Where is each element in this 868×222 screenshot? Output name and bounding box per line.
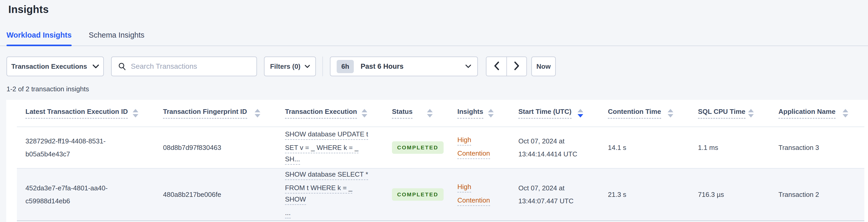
tabbar: Workload Insights Schema Insights: [0, 25, 868, 46]
high-contention-link[interactable]: High Contention: [457, 134, 500, 159]
sort-caret-up-icon: [578, 109, 583, 112]
cell-start-time: Oct 07, 2024 at 13:44:07.447 UTC: [510, 182, 599, 208]
cell-insights: High Contention: [449, 134, 510, 161]
cell-sql-cpu-time: 716.3 µs: [689, 191, 770, 199]
cell-sql-cpu-time: 1.1 ms: [689, 144, 770, 152]
sort-caret-down-icon: [133, 114, 138, 118]
sort-carets[interactable]: [362, 109, 367, 118]
time-range-badge: 6h: [337, 60, 354, 73]
sort-caret-up-icon: [255, 109, 260, 112]
results-summary: 1-2 of 2 transaction insights: [6, 85, 89, 93]
sort-caret-down-icon: [748, 114, 754, 118]
chevron-down-icon: [465, 65, 471, 68]
sort-caret-up-icon: [133, 109, 138, 112]
column-header-application-name[interactable]: Application Name: [770, 108, 864, 119]
filters-button[interactable]: Filters (0): [264, 57, 316, 76]
status-badge: COMPLETED: [392, 141, 444, 154]
cell-latest-execution-id: 452da3e7-e7fa-4801-aa40- c59988d14eb6: [17, 182, 154, 208]
search-box[interactable]: [111, 57, 257, 76]
cell-latest-execution-id: 328729d2-ff19-4408-8531- b05a5b4e43c7: [17, 135, 154, 161]
sort-carets[interactable]: [578, 109, 583, 118]
insights-table: Latest Transaction Execution ID Transact…: [17, 100, 864, 221]
column-header-latest-transaction-execution-id[interactable]: Latest Transaction Execution ID: [17, 108, 154, 119]
sort-caret-down-icon: [427, 114, 433, 118]
sort-caret-up-icon: [843, 109, 848, 112]
cell-application-name: Transaction 3: [770, 144, 864, 152]
now-button-label: Now: [536, 63, 551, 70]
time-window-pager: [486, 57, 527, 76]
column-header-insights[interactable]: Insights: [449, 108, 510, 119]
column-header-label: Latest Transaction Execution ID: [25, 108, 128, 119]
toolbar-divider: [322, 57, 323, 76]
sort-carets[interactable]: [427, 109, 433, 118]
sort-caret-down-icon: [255, 114, 260, 118]
execution-type-dropdown[interactable]: Transaction Executions: [6, 57, 104, 76]
sort-caret-down-icon: [362, 114, 367, 118]
table-row: 452da3e7-e7fa-4801-aa40- c59988d14eb6 48…: [17, 168, 864, 221]
cell-transaction-execution: SHOW database SELECT * FROM t WHERE k = …: [276, 168, 383, 220]
cell-contention-time: 14.1 s: [599, 144, 689, 152]
tab-workload-insights[interactable]: Workload Insights: [6, 25, 72, 45]
chevron-down-icon: [305, 65, 310, 68]
sort-caret-up-icon: [748, 109, 754, 112]
column-header-start-time[interactable]: Start Time (UTC): [510, 108, 599, 119]
sort-carets[interactable]: [843, 109, 848, 118]
search-icon: [118, 62, 126, 70]
sort-caret-up-icon: [362, 109, 367, 112]
column-header-label: Start Time (UTC): [518, 108, 571, 119]
next-time-window-button[interactable]: [506, 57, 526, 76]
cell-status: COMPLETED: [383, 141, 449, 154]
status-badge: COMPLETED: [392, 188, 444, 201]
filters-button-label: Filters (0): [270, 63, 300, 70]
column-header-label: SQL CPU Time: [698, 108, 745, 119]
sort-carets[interactable]: [488, 109, 494, 118]
cell-application-name: Transaction 2: [770, 191, 864, 199]
sort-carets[interactable]: [668, 109, 673, 118]
time-range-label: Past 6 Hours: [361, 63, 403, 70]
sort-carets[interactable]: [748, 109, 754, 118]
sort-caret-down-icon: [668, 114, 673, 118]
column-header-label: Transaction Fingerprint ID: [163, 108, 247, 119]
transaction-execution-link[interactable]: SHOW database SELECT * FROM t WHERE k = …: [285, 168, 374, 218]
toolbar: Transaction Executions Filters (0) 6h Pa…: [6, 57, 556, 76]
previous-time-window-button[interactable]: [487, 57, 506, 76]
chevron-down-icon: [93, 65, 99, 68]
time-range-picker[interactable]: 6h Past 6 Hours: [330, 57, 478, 76]
column-header-label: Status: [392, 108, 412, 119]
column-header-transaction-fingerprint-id[interactable]: Transaction Fingerprint ID: [154, 108, 276, 119]
column-header-label: Contention Time: [608, 108, 661, 119]
chevron-left-icon: [494, 61, 499, 71]
column-header-label: Application Name: [778, 108, 836, 119]
column-header-contention-time[interactable]: Contention Time: [599, 108, 689, 119]
cell-fingerprint-id: 08d8b7d97f830463: [154, 144, 276, 152]
column-header-sql-cpu-time[interactable]: SQL CPU Time: [689, 108, 770, 119]
cell-insights: High Contention: [449, 181, 510, 208]
insights-table-card: Latest Transaction Execution ID Transact…: [6, 100, 868, 222]
cell-status: COMPLETED: [383, 188, 449, 201]
sort-caret-down-icon: [843, 114, 848, 118]
sort-carets[interactable]: [133, 109, 138, 118]
transaction-execution-link[interactable]: SHOW database UPDATE t SET v = _ WHERE k…: [285, 128, 374, 165]
sort-caret-up-icon: [668, 109, 673, 112]
cell-transaction-execution: SHOW database UPDATE t SET v = _ WHERE k…: [276, 128, 383, 167]
column-header-label: Transaction Execution: [285, 108, 357, 119]
execution-type-dropdown-label: Transaction Executions: [11, 63, 87, 70]
table-row: 328729d2-ff19-4408-8531- b05a5b4e43c7 08…: [17, 127, 864, 168]
cell-fingerprint-id: 480a8b217be006fe: [154, 191, 276, 199]
sort-caret-down-icon: [488, 114, 494, 118]
sort-caret-up-icon: [488, 109, 494, 112]
chevron-right-icon: [514, 61, 520, 71]
column-header-status[interactable]: Status: [383, 108, 449, 119]
search-input[interactable]: [131, 62, 250, 70]
tab-schema-insights[interactable]: Schema Insights: [89, 25, 144, 45]
now-button[interactable]: Now: [531, 57, 556, 76]
column-header-transaction-execution[interactable]: Transaction Execution: [276, 108, 383, 119]
sort-caret-down-icon: [578, 114, 583, 118]
table-header-row: Latest Transaction Execution ID Transact…: [17, 100, 864, 127]
sort-carets[interactable]: [255, 109, 260, 118]
high-contention-link[interactable]: High Contention: [457, 181, 500, 206]
page-title: Insights: [8, 4, 49, 15]
sort-caret-up-icon: [427, 109, 433, 112]
column-header-label: Insights: [457, 108, 483, 119]
cell-contention-time: 21.3 s: [599, 191, 689, 199]
